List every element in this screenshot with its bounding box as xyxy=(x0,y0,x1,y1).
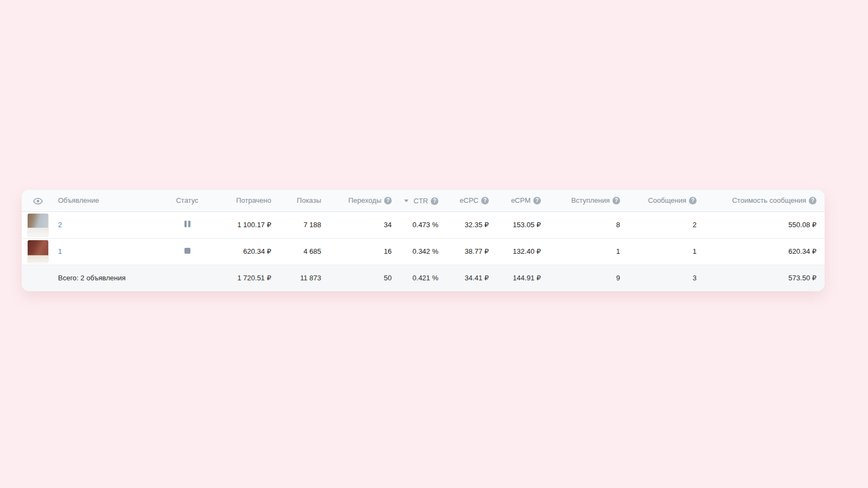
ad-thumbnail-cell xyxy=(22,211,54,238)
column-label: Статус xyxy=(176,196,198,204)
table-header: Объявление Статус Потрачено Показы Перех… xyxy=(22,190,825,211)
help-icon[interactable]: ? xyxy=(809,197,816,204)
table-footer: Всего: 2 объявления 1 720.51 ₽ 11 873 50… xyxy=(22,265,825,291)
column-header-msg-cost[interactable]: Стоимость сообщения ? xyxy=(697,190,825,211)
total-ctr: 0.421 % xyxy=(392,265,438,291)
ad-thumbnail-cell xyxy=(22,238,54,265)
table-body: 2 1 100.17 ₽ 7 188 34 0.473 % 32.35 ₽ 15… xyxy=(22,211,825,265)
column-label: Вступления xyxy=(571,196,610,204)
header-row: Объявление Статус Потрачено Показы Перех… xyxy=(22,190,825,211)
table-row: 2 1 100.17 ₽ 7 188 34 0.473 % 32.35 ₽ 15… xyxy=(22,211,825,238)
clicks-cell: 16 xyxy=(321,238,392,265)
status-cell xyxy=(157,211,217,238)
total-msg-cost: 573.50 ₽ xyxy=(697,265,825,291)
column-label: CTR xyxy=(413,197,428,205)
ads-statistics-card: Объявление Статус Потрачено Показы Перех… xyxy=(22,190,825,291)
ad-thumbnail[interactable] xyxy=(27,240,49,264)
total-row: Всего: 2 объявления 1 720.51 ₽ 11 873 50… xyxy=(22,265,825,291)
column-header-clicks[interactable]: Переходы ? xyxy=(321,190,392,211)
column-header-ad[interactable]: Объявление xyxy=(54,190,157,211)
column-label: Переходы xyxy=(348,196,381,204)
msg-cost-cell: 550.08 ₽ xyxy=(697,211,825,238)
ad-link[interactable]: 1 xyxy=(58,247,62,255)
stop-icon xyxy=(184,248,190,254)
help-icon[interactable]: ? xyxy=(533,197,541,204)
total-messages: 3 xyxy=(620,265,697,291)
sort-desc-icon[interactable] xyxy=(404,200,409,202)
msg-cost-cell: 620.34 ₽ xyxy=(697,238,825,265)
ecpc-cell: 38.77 ₽ xyxy=(438,238,489,265)
column-header-spent[interactable]: Потрачено xyxy=(217,190,271,211)
ad-link[interactable]: 2 xyxy=(58,221,62,229)
ad-thumbnail[interactable] xyxy=(27,213,49,237)
column-label: Объявление xyxy=(58,196,99,204)
shows-cell: 4 685 xyxy=(271,238,321,265)
help-icon[interactable]: ? xyxy=(481,197,489,204)
column-header-messages[interactable]: Сообщения ? xyxy=(620,190,697,211)
spent-cell: 1 100.17 ₽ xyxy=(217,211,271,238)
column-label: Потрачено xyxy=(236,196,271,204)
column-label: Сообщения xyxy=(648,196,686,204)
column-header-ecpc[interactable]: eCPC ? xyxy=(438,190,489,211)
status-cell xyxy=(157,238,217,265)
total-spent: 1 720.51 ₽ xyxy=(217,265,271,291)
ecpc-cell: 32.35 ₽ xyxy=(438,211,489,238)
total-empty-cell xyxy=(22,265,54,291)
help-icon[interactable]: ? xyxy=(689,197,697,204)
column-header-ctr[interactable]: CTR ? xyxy=(392,190,438,211)
column-label: Стоимость сообщения xyxy=(732,196,806,204)
table-row: 1 620.34 ₽ 4 685 16 0.342 % 38.77 ₽ 132.… xyxy=(22,238,825,265)
help-icon[interactable]: ? xyxy=(612,197,620,204)
column-header-ecpm[interactable]: eCPM ? xyxy=(489,190,541,211)
ecpm-cell: 132.40 ₽ xyxy=(489,238,541,265)
pause-icon xyxy=(184,221,190,227)
ctr-cell: 0.342 % xyxy=(392,238,438,265)
total-ecpc: 34.41 ₽ xyxy=(438,265,489,291)
column-label: eCPC xyxy=(459,196,478,204)
total-label: Всего: 2 объявления xyxy=(54,265,217,291)
eye-icon[interactable] xyxy=(33,198,43,204)
ctr-cell: 0.473 % xyxy=(392,211,438,238)
spent-cell: 620.34 ₽ xyxy=(217,238,271,265)
total-shows: 11 873 xyxy=(271,265,321,291)
help-icon[interactable]: ? xyxy=(384,197,392,204)
shows-cell: 7 188 xyxy=(271,211,321,238)
column-header-visibility[interactable] xyxy=(22,190,54,211)
total-ecpm: 144.91 ₽ xyxy=(489,265,541,291)
joins-cell: 8 xyxy=(541,211,620,238)
ad-name-cell: 2 xyxy=(54,211,157,238)
ad-name-cell: 1 xyxy=(54,238,157,265)
ads-statistics-table: Объявление Статус Потрачено Показы Перех… xyxy=(22,190,825,291)
total-joins: 9 xyxy=(541,265,620,291)
total-clicks: 50 xyxy=(321,265,392,291)
status-paused-button[interactable] xyxy=(184,221,190,227)
column-label: eCPM xyxy=(511,196,531,204)
help-icon[interactable]: ? xyxy=(431,197,438,205)
column-header-joins[interactable]: Вступления ? xyxy=(541,190,620,211)
joins-cell: 1 xyxy=(541,238,620,265)
status-stopped-button[interactable] xyxy=(184,248,190,254)
column-header-shows[interactable]: Показы xyxy=(271,190,321,211)
messages-cell: 2 xyxy=(620,211,697,238)
clicks-cell: 34 xyxy=(321,211,392,238)
ecpm-cell: 153.05 ₽ xyxy=(489,211,541,238)
messages-cell: 1 xyxy=(620,238,697,265)
column-label: Показы xyxy=(297,196,321,204)
column-header-status[interactable]: Статус xyxy=(157,190,217,211)
